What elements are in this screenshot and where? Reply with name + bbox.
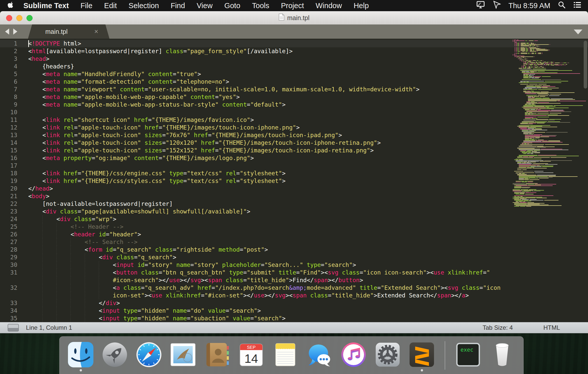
code-line-6[interactable]: 6<meta name="format-detection" content="… xyxy=(0,78,588,85)
menu-item-edit[interactable]: Edit xyxy=(98,2,123,10)
dock-icon-system-preferences[interactable] xyxy=(374,341,401,368)
dock-icon-contacts[interactable] xyxy=(204,341,230,368)
code-text: <!-- Header --> xyxy=(71,223,123,231)
code-line-3[interactable]: 3<head> xyxy=(0,55,588,63)
tab-close-icon[interactable]: × xyxy=(94,28,98,36)
dock-icon-trash[interactable] xyxy=(489,341,515,368)
code-line-12[interactable]: 12<link rel="apple-touch-icon" href="{TH… xyxy=(0,124,588,131)
code-line-29[interactable]: 29<div class="q_search"> xyxy=(0,253,588,261)
line-number: 31 xyxy=(0,269,17,276)
code-line-9[interactable]: 9<meta name="apple-mobile-web-app-status… xyxy=(0,101,588,108)
menu-item-help[interactable]: Help xyxy=(348,2,375,10)
apple-menu[interactable] xyxy=(0,1,21,10)
display-mirroring-icon[interactable] xyxy=(476,1,485,11)
scrollbar-track[interactable] xyxy=(583,39,587,322)
minimap-line xyxy=(519,69,546,69)
dock-icon-notes[interactable] xyxy=(272,341,299,368)
history-forward-icon[interactable] xyxy=(13,28,17,35)
dock-icon-finder[interactable] xyxy=(67,341,94,368)
code-line-25[interactable]: 25<!-- Header --> xyxy=(0,223,588,231)
indent-guide xyxy=(71,269,85,276)
code-line-18[interactable]: 18<link href="{THEME}/css/engine.css" ty… xyxy=(0,169,588,177)
menu-item-tools[interactable]: Tools xyxy=(246,2,275,10)
dock-icon-exec-terminal[interactable]: exec xyxy=(455,341,481,368)
minimap-line xyxy=(519,164,557,165)
history-back-icon[interactable] xyxy=(5,28,9,35)
code-line-8[interactable]: 8<meta name="apple-mobile-web-app-capabl… xyxy=(0,93,588,101)
indent-guide xyxy=(28,70,42,78)
vintage-mode-icon[interactable] xyxy=(8,324,19,332)
code-line-22[interactable]: 22[not-available=lostpassword|register] xyxy=(0,200,588,208)
code-line-2[interactable]: 2<html[available=lostpassword|register] … xyxy=(0,47,588,55)
code-line-19[interactable]: 19<link href="{THEME}/css/styles.css" ty… xyxy=(0,177,588,185)
minimap-line xyxy=(523,91,534,91)
menu-item-sublime-text[interactable]: Sublime Text xyxy=(21,2,75,10)
code-line-26[interactable]: 26<header id="header"> xyxy=(0,231,588,238)
tab-size-indicator[interactable]: Tab Size: 4 xyxy=(483,324,513,331)
code-line-4[interactable]: 4{headers} xyxy=(0,63,588,70)
scrollbar-thumb[interactable] xyxy=(584,41,587,89)
code-line-21[interactable]: 21<body> xyxy=(0,192,588,200)
code-line-7[interactable]: 7<meta name="viewport" content="user-sca… xyxy=(0,85,588,93)
minimap-line xyxy=(514,193,524,194)
code-area[interactable]: 1<!DOCTYPE html>2<html[available=lostpas… xyxy=(0,40,588,322)
code-line-28[interactable]: 28<form id="q_search" class="rightside" … xyxy=(0,246,588,253)
code-line-17[interactable]: 17 xyxy=(0,162,588,169)
notification-center-icon[interactable] xyxy=(573,1,581,10)
code-line-15[interactable]: 15<link rel="apple-touch-icon" sizes="15… xyxy=(0,147,588,154)
code-line-24[interactable]: 24<div class="wrp"> xyxy=(0,215,588,223)
menu-item-find[interactable]: Find xyxy=(165,2,191,10)
code-line-10[interactable]: 10 xyxy=(0,108,588,116)
code-line-5[interactable]: 5<meta name="HandheldFriendly" content="… xyxy=(0,70,588,78)
code-line-30[interactable]: 30<input id="story" name="story" placeho… xyxy=(0,261,588,269)
minimap-line xyxy=(523,74,535,75)
tab-overflow-icon[interactable] xyxy=(574,30,582,34)
menu-item-view[interactable]: View xyxy=(191,2,218,10)
dock-icon-sublime-text[interactable] xyxy=(409,341,435,368)
code-line-11[interactable]: 11<link rel="shortcut icon" href="{THEME… xyxy=(0,116,588,124)
tab-main-tpl[interactable]: main.tpl × xyxy=(28,24,109,39)
code-line-1[interactable]: 1<!DOCTYPE html> xyxy=(0,40,588,47)
line-number: 15 xyxy=(0,147,17,154)
dock-icon-safari[interactable] xyxy=(136,341,162,368)
minimap-line xyxy=(514,49,547,49)
minimap[interactable] xyxy=(513,40,582,215)
code-line-31[interactable]: 31<button class="btn q_search_btn" type=… xyxy=(0,269,588,276)
code-line-wrap[interactable]: icon-set"><use xlink:href="#icon-set"></… xyxy=(0,292,588,299)
code-line-27[interactable]: 27<!-- Search --> xyxy=(0,238,588,246)
code-line-34[interactable]: 34<input type="hidden" name="do" value="… xyxy=(0,307,588,314)
code-editor[interactable]: 1<!DOCTYPE html>2<html[available=lostpas… xyxy=(0,39,588,322)
menu-item-goto[interactable]: Goto xyxy=(218,2,246,10)
code-line-20[interactable]: 20</head> xyxy=(0,185,588,192)
dock-icon-launchpad[interactable] xyxy=(102,341,128,368)
indent-guide xyxy=(42,253,56,261)
menu-item-file[interactable]: File xyxy=(75,2,98,10)
dock-icon-messages[interactable] xyxy=(306,341,333,368)
dock: SEP14exec xyxy=(59,336,524,374)
window-title-bar[interactable]: main.tpl xyxy=(0,11,588,25)
cursor-arrow-icon[interactable] xyxy=(493,1,501,11)
menu-item-project[interactable]: Project xyxy=(275,2,310,10)
code-line-33[interactable]: 33</div> xyxy=(0,299,588,307)
code-line-35[interactable]: 35<input type="hidden" name="subaction" … xyxy=(0,314,588,322)
indent-guide xyxy=(42,276,56,284)
spotlight-search-icon[interactable] xyxy=(558,1,566,10)
caret-position: Line 1, Column 1 xyxy=(26,324,72,331)
dock-icon-calendar[interactable]: SEP14 xyxy=(238,341,264,368)
line-number: 27 xyxy=(0,238,17,246)
menu-item-selection[interactable]: Selection xyxy=(123,2,165,10)
code-line-23[interactable]: 23<div class="page[available=showfull] s… xyxy=(0,208,588,215)
dock-icon-mail[interactable] xyxy=(170,341,196,368)
code-line-13[interactable]: 13<link rel="apple-touch-icon" sizes="76… xyxy=(0,131,588,139)
minimap-line xyxy=(517,175,556,175)
menu-clock[interactable]: Thu 8:59 AM xyxy=(509,2,550,10)
code-line-32[interactable]: 32<a class="q_search_adv" href="/index.p… xyxy=(0,284,588,292)
code-line-16[interactable]: 16<meta property="og:image" content="{TH… xyxy=(0,154,588,162)
syntax-indicator[interactable]: HTML xyxy=(543,324,560,331)
minimap-line xyxy=(514,187,530,188)
dock-icon-itunes[interactable] xyxy=(340,341,367,368)
code-line-wrap[interactable]: #icon-search"></use></svg><span class="t… xyxy=(0,276,588,284)
code-line-14[interactable]: 14<link rel="apple-touch-icon" sizes="12… xyxy=(0,139,588,147)
menu-item-window[interactable]: Window xyxy=(310,2,348,10)
indent-guide xyxy=(57,276,71,284)
